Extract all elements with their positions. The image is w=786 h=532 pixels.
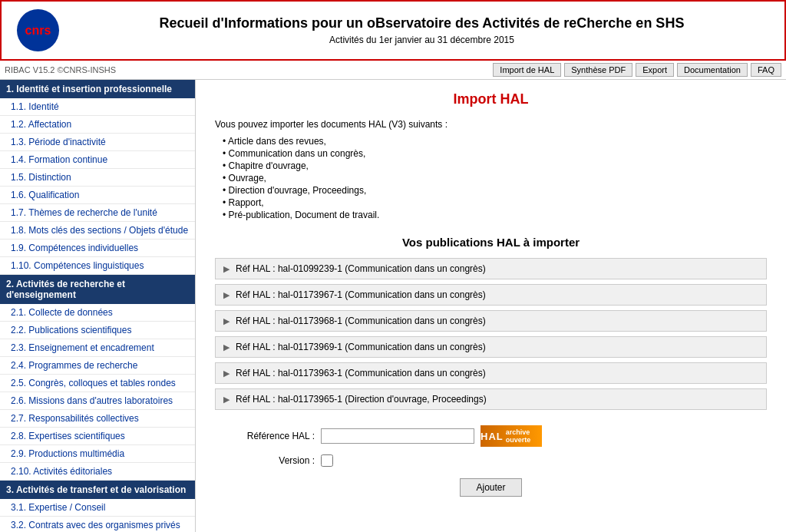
- version-text: RIBAC V15.2 ©CNRS-INSHS: [5, 65, 116, 74]
- header-title: Recueil d'Informations pour un oBservato…: [74, 15, 769, 31]
- reference-hal-label: Référence HAL :: [215, 431, 315, 441]
- sidebar-section-2-header: 2. Activités de recherche et d'enseignem…: [0, 275, 195, 304]
- sidebar-item-2-9[interactable]: 2.9. Productions multimédia: [0, 445, 195, 463]
- chevron-right-icon: ▶: [223, 368, 230, 378]
- sidebar-item-2-8[interactable]: 2.8. Expertises scientifiques: [0, 428, 195, 445]
- bullet-item-6: Pré-publication, Document de travail.: [223, 210, 767, 220]
- sidebar-item-2-3[interactable]: 2.3. Enseignement et encadrement: [0, 339, 195, 357]
- version-label: Version :: [215, 455, 315, 466]
- sidebar-item-3-2[interactable]: 3.2. Contrats avec des organismes privés: [0, 517, 195, 532]
- chevron-right-icon: ▶: [223, 290, 230, 300]
- synthese-pdf-button[interactable]: Synthèse PDF: [564, 63, 632, 77]
- sidebar: 1. Identité et insertion professionnelle…: [0, 80, 196, 532]
- cnrs-logo: cnrs: [17, 9, 59, 51]
- sidebar-item-1-6[interactable]: 1.6. Qualification: [0, 187, 195, 204]
- sidebar-section-3-header: 3. Activités de transfert et de valorisa…: [0, 481, 195, 499]
- hal-item-2[interactable]: ▶ Réf HAL : hal-01173968-1 (Communicatio…: [215, 310, 767, 332]
- hal-item-label-1: Réf HAL : hal-01173967-1 (Communication …: [236, 289, 486, 300]
- hal-item-3[interactable]: ▶ Réf HAL : hal-01173969-1 (Communicatio…: [215, 336, 767, 358]
- sidebar-item-2-4[interactable]: 2.4. Programmes de recherche: [0, 357, 195, 375]
- chevron-right-icon: ▶: [223, 316, 230, 326]
- sidebar-item-3-1[interactable]: 3.1. Expertise / Conseil: [0, 499, 195, 517]
- sidebar-item-2-10[interactable]: 2.10. Activités éditoriales: [0, 463, 195, 481]
- sidebar-item-1-3[interactable]: 1.3. Période d'inactivité: [0, 134, 195, 151]
- chevron-right-icon: ▶: [223, 395, 230, 405]
- sidebar-section-1-header: 1. Identité et insertion professionnelle: [0, 80, 195, 98]
- hal-item-label-0: Réf HAL : hal-01099239-1 (Communication …: [236, 263, 486, 274]
- version-row: Version :: [215, 454, 767, 467]
- bullet-item-0: Article dans des revues,: [223, 136, 767, 147]
- hal-item-label-2: Réf HAL : hal-01173968-1 (Communication …: [236, 316, 486, 326]
- hal-item-1[interactable]: ▶ Réf HAL : hal-01173967-1 (Communicatio…: [215, 284, 767, 306]
- sidebar-item-1-9[interactable]: 1.9. Compétences individuelles: [0, 240, 195, 257]
- hal-item-label-4: Réf HAL : hal-01173963-1 (Communication …: [236, 368, 486, 378]
- hal-item-4[interactable]: ▶ Réf HAL : hal-01173963-1 (Communicatio…: [215, 362, 767, 384]
- version-checkbox[interactable]: [321, 454, 333, 467]
- bullet-list: Article dans des revues, Communication d…: [215, 136, 767, 220]
- hal-logo: HAL archive ouverte: [481, 425, 542, 447]
- hal-item-label-5: Réf HAL : hal-01173965-1 (Direction d'ou…: [236, 394, 487, 405]
- chevron-right-icon: ▶: [223, 342, 230, 352]
- sidebar-item-2-2[interactable]: 2.2. Publications scientifiques: [0, 322, 195, 339]
- faq-button[interactable]: FAQ: [751, 63, 781, 77]
- reference-hal-input[interactable]: [321, 428, 474, 444]
- page-title: Import HAL: [215, 91, 767, 107]
- bullet-item-1: Communication dans un congrès,: [223, 148, 767, 159]
- bullet-item-3: Ouvrage,: [223, 173, 767, 183]
- intro-text: Vous pouvez importer les documents HAL (…: [215, 119, 767, 130]
- sidebar-item-2-6[interactable]: 2.6. Missions dans d'autres laboratoires: [0, 392, 195, 410]
- sidebar-item-2-1[interactable]: 2.1. Collecte de données: [0, 304, 195, 322]
- sidebar-item-1-10[interactable]: 1.10. Compétences linguistiques: [0, 257, 195, 275]
- sidebar-item-2-5[interactable]: 2.5. Congrès, colloques et tables rondes: [0, 375, 195, 392]
- topbar: RIBAC V15.2 ©CNRS-INSHS Import de HAL Sy…: [0, 61, 786, 80]
- header-subtitle: Activités du 1er janvier au 31 décembre …: [74, 35, 769, 45]
- reference-hal-row: Référence HAL : HAL archive ouverte: [215, 425, 767, 447]
- main-layout: 1. Identité et insertion professionnelle…: [0, 80, 786, 532]
- hal-item-0[interactable]: ▶ Réf HAL : hal-01099239-1 (Communicatio…: [215, 258, 767, 279]
- sidebar-item-2-7[interactable]: 2.7. Responsabilités collectives: [0, 410, 195, 428]
- documentation-button[interactable]: Documentation: [677, 63, 748, 77]
- ajouter-button[interactable]: Ajouter: [460, 478, 521, 497]
- export-button[interactable]: Export: [636, 63, 674, 77]
- sidebar-item-1-8[interactable]: 1.8. Mots clés des sections / Objets d'é…: [0, 222, 195, 240]
- hal-item-5[interactable]: ▶ Réf HAL : hal-01173965-1 (Direction d'…: [215, 388, 767, 410]
- sidebar-item-1-4[interactable]: 1.4. Formation continue: [0, 151, 195, 169]
- content-area: Import HAL Vous pouvez importer les docu…: [196, 80, 786, 532]
- header-text: Recueil d'Informations pour un oBservato…: [74, 15, 769, 45]
- sidebar-item-1-5[interactable]: 1.5. Distinction: [0, 169, 195, 187]
- import-hal-button[interactable]: Import de HAL: [493, 63, 561, 77]
- section-subtitle: Vos publications HAL à importer: [215, 236, 767, 249]
- chevron-right-icon: ▶: [223, 264, 230, 274]
- sidebar-item-1-1[interactable]: 1.1. Identité: [0, 98, 195, 116]
- header: cnrs Recueil d'Informations pour un oBse…: [0, 0, 786, 61]
- bullet-item-4: Direction d'ouvrage, Proceedings,: [223, 185, 767, 196]
- hal-item-label-3: Réf HAL : hal-01173969-1 (Communication …: [236, 342, 486, 352]
- bullet-item-2: Chapitre d'ouvrage,: [223, 160, 767, 171]
- bullet-item-5: Rapport,: [223, 197, 767, 208]
- sidebar-item-1-7[interactable]: 1.7. Thèmes de recherche de l'unité: [0, 204, 195, 222]
- sidebar-item-1-2[interactable]: 1.2. Affectation: [0, 116, 195, 134]
- ajouter-row: Ajouter: [215, 478, 767, 497]
